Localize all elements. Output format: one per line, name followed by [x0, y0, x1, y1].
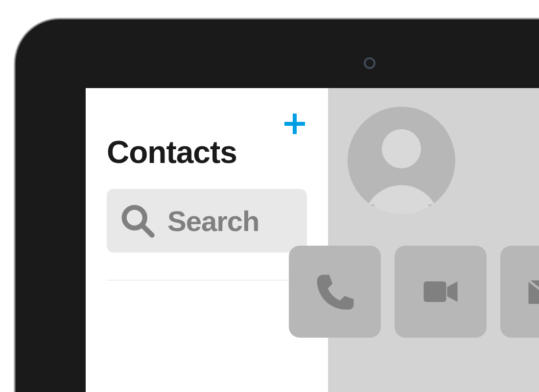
- add-contact-button[interactable]: [282, 112, 307, 136]
- contacts-sidebar: Contacts Search: [86, 88, 328, 392]
- tablet-device-frame: Contacts Search: [16, 20, 539, 392]
- phone-action-button[interactable]: [289, 246, 381, 338]
- svg-line-3: [142, 225, 152, 235]
- front-camera: [364, 57, 375, 69]
- video-action-button[interactable]: [395, 246, 487, 338]
- phone-icon: [311, 268, 358, 315]
- svg-point-5: [382, 129, 421, 168]
- plus-icon: [282, 112, 307, 136]
- avatar: [348, 107, 539, 216]
- screen: Contacts Search: [86, 88, 539, 392]
- svg-rect-7: [423, 281, 446, 302]
- mail-action-button[interactable]: [500, 246, 539, 338]
- divider: [107, 280, 307, 280]
- search-placeholder: Search: [167, 205, 259, 237]
- video-icon: [417, 268, 464, 315]
- contact-actions-row: [289, 246, 539, 338]
- person-icon: [348, 107, 455, 214]
- search-icon: [118, 202, 157, 240]
- mail-icon: [523, 268, 539, 315]
- search-input[interactable]: Search: [107, 189, 307, 253]
- contact-detail-pane: [328, 88, 539, 392]
- page-title: Contacts: [107, 134, 307, 170]
